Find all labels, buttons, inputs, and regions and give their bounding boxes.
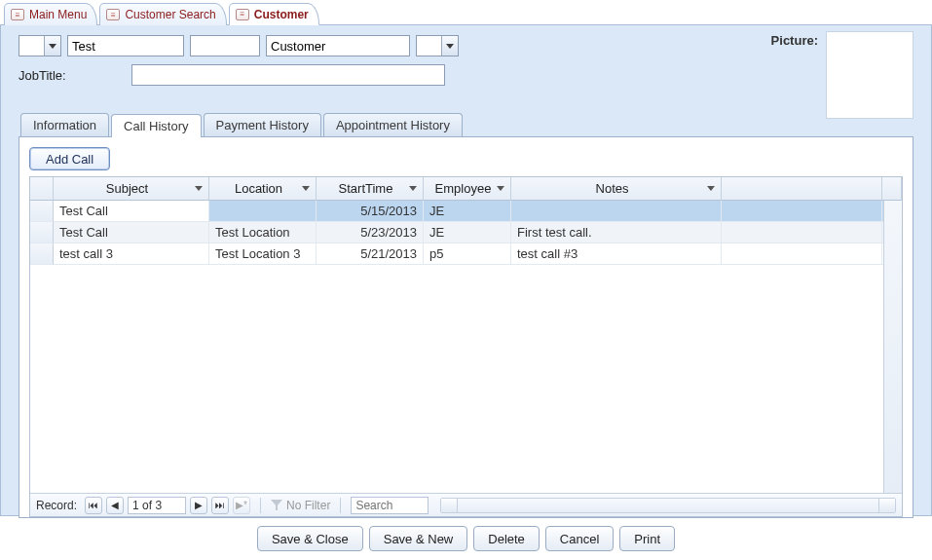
record-position[interactable]: 1 of 3: [128, 497, 186, 514]
first-name-input[interactable]: [68, 36, 183, 56]
calls-datasheet: Subject Location StartTime Employee Note…: [29, 176, 903, 517]
nav-last-button[interactable]: ⏭: [211, 497, 229, 514]
cell-notes[interactable]: [511, 201, 722, 222]
cell-notes[interactable]: First test call.: [511, 222, 722, 243]
cell-starttime[interactable]: 5/21/2013: [317, 243, 424, 265]
tab-call-history[interactable]: Call History: [111, 114, 201, 137]
chevron-down-icon: [195, 186, 203, 191]
funnel-icon: [271, 500, 282, 511]
select-all-corner[interactable]: [30, 177, 54, 201]
col-starttime[interactable]: StartTime: [317, 177, 424, 201]
cell-location[interactable]: Test Location: [209, 222, 317, 243]
form-icon: ≡: [236, 9, 249, 20]
add-call-button[interactable]: Add Call: [29, 147, 110, 170]
col-notes[interactable]: Notes: [511, 177, 722, 201]
doc-tab-label: Customer: [254, 8, 309, 21]
chevron-down-icon: [49, 44, 56, 49]
cell-subject[interactable]: test call 3: [54, 243, 209, 265]
cancel-button[interactable]: Cancel: [545, 526, 614, 551]
cell-blank[interactable]: [722, 222, 882, 243]
tab-appointment-history[interactable]: Appointment History: [323, 113, 463, 136]
cell-employee[interactable]: p5: [424, 243, 511, 265]
suffix-value: [417, 36, 441, 56]
cell-starttime[interactable]: 5/15/2013: [317, 201, 424, 222]
cell-scroll-gutter: [882, 222, 902, 243]
delete-button[interactable]: Delete: [473, 526, 540, 551]
doc-tab-label: Customer Search: [125, 8, 215, 21]
jobtitle-label: JobTitle:: [19, 68, 126, 83]
record-navigator: Record: ⏮ ◀ 1 of 3 ▶ ⏭ ▶* No Filter: [30, 493, 902, 516]
nav-first-button[interactable]: ⏮: [85, 497, 102, 514]
horizontal-scrollbar[interactable]: [440, 498, 896, 513]
datasheet-header: Subject Location StartTime Employee Note…: [30, 177, 902, 201]
table-row[interactable]: Test Call Test Location 5/23/2013 JE Fir…: [30, 222, 902, 243]
save-close-button[interactable]: Save & Close: [257, 526, 363, 551]
middle-name-input[interactable]: [191, 36, 259, 56]
cell-location[interactable]: Test Location 3: [209, 243, 317, 265]
cell-blank[interactable]: [722, 243, 882, 265]
chevron-down-icon: [707, 186, 715, 191]
cell-scroll-gutter: [882, 201, 902, 222]
row-selector[interactable]: [30, 201, 54, 222]
nav-prev-button[interactable]: ◀: [106, 497, 124, 514]
cell-starttime[interactable]: 5/23/2013: [317, 222, 424, 243]
chevron-down-icon: [302, 186, 310, 191]
col-employee[interactable]: Employee: [424, 177, 511, 201]
jobtitle-input[interactable]: [132, 65, 444, 85]
form-action-bar: Save & Close Save & New Delete Cancel Pr…: [0, 516, 932, 551]
col-location[interactable]: Location: [209, 177, 317, 201]
doc-tab-customer-search[interactable]: ≡ Customer Search: [99, 3, 226, 25]
last-name-input[interactable]: [267, 36, 409, 56]
datasheet-body: Test Call 5/15/2013 JE Test Call Test Lo…: [30, 201, 902, 493]
form-icon: ≡: [11, 9, 24, 20]
record-search-box[interactable]: [351, 497, 429, 514]
cell-employee[interactable]: JE: [424, 201, 511, 222]
jobtitle-field[interactable]: [131, 64, 445, 86]
table-row[interactable]: Test Call 5/15/2013 JE: [30, 201, 902, 222]
picture-area: Picture:: [771, 31, 913, 119]
last-name-field[interactable]: [266, 35, 410, 56]
record-search-input[interactable]: [352, 498, 428, 513]
cell-notes[interactable]: test call #3: [511, 243, 722, 265]
col-blank[interactable]: [722, 177, 882, 201]
picture-label: Picture:: [771, 33, 818, 48]
row-selector[interactable]: [30, 222, 54, 243]
chevron-down-icon: [446, 44, 454, 49]
record-label: Record:: [36, 499, 77, 512]
cell-scroll-gutter: [882, 243, 902, 265]
chevron-down-icon: [497, 186, 504, 191]
cell-location[interactable]: [209, 201, 317, 222]
no-filter-indicator[interactable]: No Filter: [271, 499, 330, 512]
cell-subject[interactable]: Test Call: [54, 222, 209, 243]
form-icon: ≡: [106, 9, 120, 20]
col-scroll-gutter: [882, 177, 902, 201]
suffix-combo[interactable]: [416, 35, 459, 56]
cell-subject[interactable]: Test Call: [54, 201, 209, 222]
save-new-button[interactable]: Save & New: [369, 526, 468, 551]
chevron-down-icon: [409, 186, 417, 191]
title-combo[interactable]: [19, 35, 61, 56]
cell-employee[interactable]: JE: [424, 222, 511, 243]
doc-tab-customer[interactable]: ≡ Customer: [229, 3, 319, 25]
row-selector[interactable]: [30, 243, 54, 265]
document-tab-bar: ≡ Main Menu ≡ Customer Search ≡ Customer: [0, 0, 932, 25]
dropdown-button[interactable]: [441, 36, 458, 56]
doc-tab-main-menu[interactable]: ≡ Main Menu: [4, 3, 97, 25]
col-subject[interactable]: Subject: [54, 177, 209, 201]
table-row[interactable]: test call 3 Test Location 3 5/21/2013 p5…: [30, 243, 902, 265]
dropdown-button[interactable]: [44, 36, 60, 56]
print-button[interactable]: Print: [619, 526, 675, 551]
middle-name-field[interactable]: [190, 35, 260, 56]
call-history-page: Add Call Subject Location StartTime Empl…: [19, 136, 913, 518]
cell-blank[interactable]: [722, 201, 882, 222]
tab-information[interactable]: Information: [20, 113, 109, 136]
doc-tab-label: Main Menu: [29, 8, 87, 21]
customer-form: JobTitle: Picture: Information Call Hist…: [0, 25, 932, 516]
picture-box[interactable]: [826, 31, 913, 119]
nav-next-button[interactable]: ▶: [190, 497, 207, 514]
separator: [260, 498, 261, 513]
tab-payment-history[interactable]: Payment History: [204, 113, 321, 136]
nav-new-button[interactable]: ▶*: [233, 497, 250, 514]
first-name-field[interactable]: [67, 35, 184, 56]
separator: [340, 498, 341, 513]
